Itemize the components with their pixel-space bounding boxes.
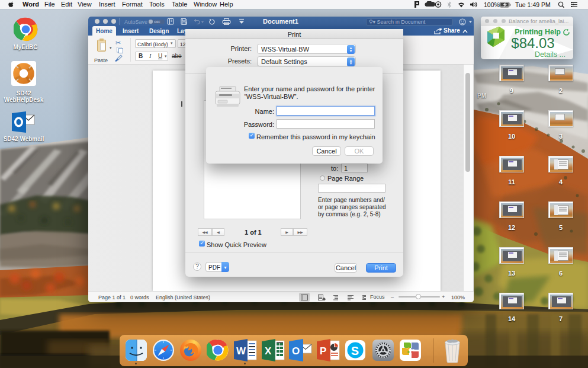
svg-text:O: O (292, 345, 300, 357)
svg-text:P: P (320, 345, 326, 357)
svg-text:S: S (351, 344, 359, 357)
svg-text:Tue 1:49 PM: Tue 1:49 PM (515, 1, 551, 8)
svg-text:X: X (265, 345, 272, 357)
svg-text:W: W (236, 345, 246, 357)
svg-text:100%: 100% (484, 1, 500, 8)
